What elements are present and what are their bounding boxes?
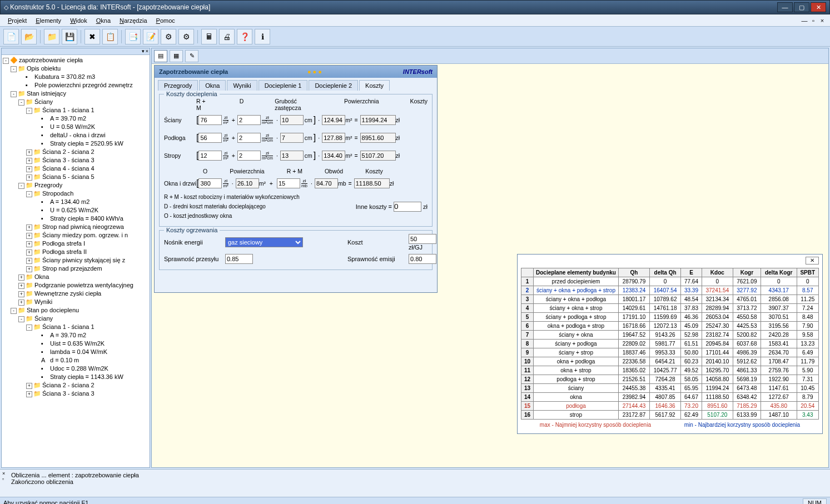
- expand-icon[interactable]: -: [11, 308, 17, 314]
- tree-node[interactable]: -📁Opis obiektu: [3, 64, 148, 73]
- tree-node[interactable]: +📁Ściana 3 - ściana 3: [3, 390, 148, 398]
- node-label[interactable]: A = 39.70 m2: [50, 332, 86, 338]
- tab-docieplenie-2[interactable]: Docieplenie 2: [309, 80, 358, 91]
- node-label[interactable]: Ściana 3 - ściana 3: [42, 390, 95, 397]
- tree-node[interactable]: ▪A = 134.40 m2: [3, 198, 148, 206]
- toolbar-btn-1[interactable]: 📂: [21, 29, 37, 44]
- toolbar-btn-2[interactable]: 📁: [44, 29, 59, 44]
- node-label[interactable]: Ściana 3 - ściana 3: [42, 157, 95, 163]
- tree-node[interactable]: -📁Przegrody: [3, 181, 148, 189]
- tree-node[interactable]: ▪Kubatura = 370.82 m3: [3, 73, 148, 81]
- rm-input[interactable]: [198, 115, 222, 125]
- node-label[interactable]: U = 0.58 W/m2K: [50, 123, 95, 130]
- expand-icon[interactable]: -: [11, 91, 17, 97]
- tree-node[interactable]: +📁Ściany miedzy pom. ogrzew. i n: [3, 231, 148, 239]
- node-label[interactable]: Ściany: [34, 315, 53, 322]
- menu-elementy[interactable]: Elementy: [31, 16, 66, 25]
- minimize-button[interactable]: —: [777, 2, 793, 12]
- tree-node[interactable]: +📁Strop nad piwnicą nieogrzewa: [3, 223, 148, 231]
- tree-node[interactable]: -🔶zapotrzebowanie ciepła: [3, 56, 148, 64]
- toolbar-btn-13[interactable]: ℹ: [255, 29, 270, 44]
- table-close-button[interactable]: ✕: [806, 257, 819, 265]
- tree-node[interactable]: +📁Ściany piwnicy stykającej się z: [3, 256, 148, 265]
- expand-icon[interactable]: +: [26, 149, 32, 156]
- koszt-input[interactable]: [409, 234, 436, 244]
- node-label[interactable]: d = 0.10 m: [50, 357, 79, 363]
- maximize-button[interactable]: ▢: [794, 2, 809, 12]
- tree-node[interactable]: ▪U = 0.58 W/m2K: [3, 123, 148, 131]
- expand-icon[interactable]: +: [26, 224, 32, 231]
- expand-icon[interactable]: +: [26, 249, 32, 256]
- tree-node[interactable]: -📁Ściana 1 - ściana 1: [3, 323, 148, 331]
- node-label[interactable]: Ściana 2 - ściana 2: [42, 148, 95, 155]
- tree-pin-icon[interactable]: ▾: [142, 48, 145, 54]
- toolbar-btn-8[interactable]: ⚙: [161, 29, 176, 44]
- toolbar-btn-10[interactable]: 🖩: [201, 29, 217, 44]
- node-label[interactable]: Wewnętrzne zyski ciepła: [34, 290, 101, 297]
- tree-node[interactable]: +📁Podgrzanie powietrza wentylacyjneg: [3, 281, 148, 290]
- tree-node[interactable]: -📁Stan po docieplenu: [3, 306, 148, 315]
- tree-close-icon[interactable]: ×: [146, 48, 148, 54]
- expand-icon[interactable]: +: [26, 158, 32, 164]
- menu-pomoc[interactable]: Pomoc: [152, 16, 180, 25]
- tree-node[interactable]: -📁Stan istniejący: [3, 89, 148, 98]
- tree-node[interactable]: ▪lambda = 0.04 W/mK: [3, 348, 148, 356]
- tab-koszty[interactable]: Koszty: [359, 80, 390, 91]
- toolbar-btn-0[interactable]: 📄: [3, 29, 19, 44]
- node-label[interactable]: Podłoga strefa I: [42, 240, 85, 247]
- node-label[interactable]: Ściana 4 - ściana 4: [42, 165, 95, 172]
- mdi-restore[interactable]: ▫: [809, 17, 818, 24]
- sprawnosc-przesylu-input[interactable]: [225, 254, 253, 264]
- node-label[interactable]: Okna: [34, 273, 49, 280]
- d-input[interactable]: [237, 115, 261, 125]
- expand-icon[interactable]: +: [18, 300, 24, 306]
- tab-okna[interactable]: Okna: [199, 80, 226, 91]
- sprawnosc-emisji-input[interactable]: [409, 254, 436, 264]
- tree-node[interactable]: +📁Podłoga strefa I: [3, 239, 148, 248]
- tab-przegrody[interactable]: Przegrody: [158, 80, 198, 91]
- close-button[interactable]: ✕: [811, 2, 826, 12]
- node-label[interactable]: Stropodach: [42, 190, 73, 197]
- node-label[interactable]: Stan po docieplenu: [27, 307, 79, 313]
- node-label[interactable]: zapotrzebowanie ciepła: [19, 57, 83, 63]
- tree-node[interactable]: ▪U = 0.625 W/m2K: [3, 206, 148, 214]
- node-label[interactable]: deltaU - okna i drzwi: [50, 132, 106, 138]
- node-label[interactable]: Podłoga strefa II: [42, 248, 87, 255]
- tree-node[interactable]: ▪A = 39.70 m2: [3, 331, 148, 340]
- expand-icon[interactable]: -: [11, 66, 17, 72]
- view-edit-button[interactable]: ✎: [185, 50, 198, 62]
- tree-node[interactable]: -📁Ściana 1 - ściana 1: [3, 106, 148, 114]
- tree-node[interactable]: ▪A = 39.70 m2: [3, 114, 148, 123]
- node-label[interactable]: Pole powierzchni przegród zewnętrz: [34, 82, 133, 88]
- node-label[interactable]: Stan istniejący: [27, 90, 66, 97]
- expand-icon[interactable]: -: [26, 325, 32, 331]
- expand-icon[interactable]: -: [3, 58, 9, 64]
- toolbar-btn-3[interactable]: 💾: [62, 29, 77, 44]
- tree-node[interactable]: ▪Uist = 0.635 W/m2K: [3, 340, 148, 348]
- expand-icon[interactable]: +: [26, 383, 32, 389]
- view-report-button[interactable]: ▦: [170, 50, 183, 62]
- expand-icon[interactable]: -: [18, 316, 24, 322]
- okna-o-input[interactable]: [198, 178, 222, 188]
- expand-icon[interactable]: +: [26, 258, 32, 264]
- toolbar-btn-11[interactable]: 🖨: [219, 29, 235, 44]
- d-input[interactable]: [237, 151, 261, 161]
- expand-icon[interactable]: +: [26, 166, 32, 172]
- node-label[interactable]: Ściany miedzy pom. ogrzew. i n: [42, 232, 128, 238]
- node-label[interactable]: Ściana 1 - ściana 1: [42, 323, 95, 330]
- tree-node[interactable]: -📁Ściany: [3, 315, 148, 323]
- menu-okna[interactable]: Okna: [92, 16, 115, 25]
- tree-node[interactable]: +📁Strop nad przejazdem: [3, 265, 148, 273]
- tree-node[interactable]: ▪deltaU - okna i drzwi: [3, 131, 148, 139]
- okna-rm-input[interactable]: [277, 178, 300, 188]
- mdi-close[interactable]: ×: [818, 17, 827, 24]
- tree-node[interactable]: +📁Ściana 4 - ściana 4: [3, 164, 148, 173]
- expand-icon[interactable]: -: [18, 183, 24, 189]
- node-label[interactable]: Straty ciepła = 2520.95 kW: [50, 140, 123, 147]
- expand-icon[interactable]: +: [26, 174, 32, 181]
- expand-icon[interactable]: +: [26, 391, 32, 397]
- nosnik-select[interactable]: gaz sieciowy: [225, 237, 303, 247]
- inne-koszty-input[interactable]: [394, 202, 421, 212]
- tree-node[interactable]: -📁Stropodach: [3, 189, 148, 198]
- node-label[interactable]: U = 0.625 W/m2K: [50, 207, 98, 213]
